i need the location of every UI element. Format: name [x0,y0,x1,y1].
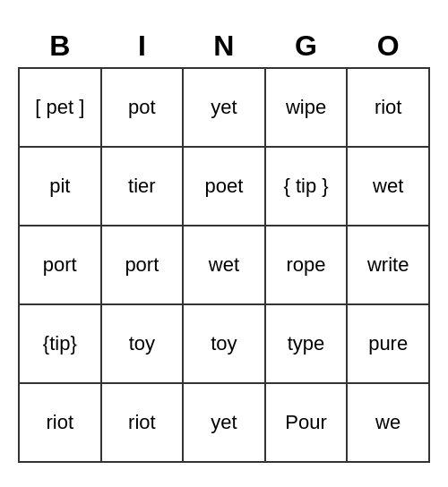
cell-r2-c1: port [101,226,184,304]
header-o: O [347,25,429,68]
cell-r3-c2: toy [183,304,265,383]
cell-r3-c4: pure [347,304,429,383]
cell-r3-c1: toy [101,304,184,383]
cell-r4-c3: Pour [265,383,348,462]
table-row: {tip}toytoytypepure [19,304,429,383]
cell-r1-c2: poet [183,147,265,226]
cell-r1-c4: wet [347,147,429,226]
cell-r1-c0: pit [19,147,101,226]
bingo-card: B I N G O [ pet ]potyetwiperiotpittierpo… [18,25,430,463]
cell-r1-c1: tier [101,147,184,226]
cell-r0-c0: [ pet ] [19,68,101,147]
header-n: N [183,25,265,68]
cell-r4-c2: yet [183,383,265,462]
cell-r0-c1: pot [101,68,184,147]
cell-r1-c3: { tip } [265,147,348,226]
cell-r2-c2: wet [183,226,265,304]
bingo-header-row: B I N G O [19,25,429,68]
cell-r3-c0: {tip} [19,304,101,383]
cell-r0-c4: riot [347,68,429,147]
cell-r0-c3: wipe [265,68,348,147]
header-b: B [19,25,101,68]
cell-r2-c4: write [347,226,429,304]
cell-r4-c4: we [347,383,429,462]
cell-r2-c3: rope [265,226,348,304]
table-row: pittierpoet{ tip }wet [19,147,429,226]
header-i: I [101,25,184,68]
table-row: riotriotyetPourwe [19,383,429,462]
cell-r0-c2: yet [183,68,265,147]
bingo-body: [ pet ]potyetwiperiotpittierpoet{ tip }w… [19,68,429,462]
header-g: G [265,25,348,68]
table-row: portportwetropewrite [19,226,429,304]
cell-r4-c0: riot [19,383,101,462]
cell-r3-c3: type [265,304,348,383]
cell-r2-c0: port [19,226,101,304]
table-row: [ pet ]potyetwiperiot [19,68,429,147]
cell-r4-c1: riot [101,383,184,462]
